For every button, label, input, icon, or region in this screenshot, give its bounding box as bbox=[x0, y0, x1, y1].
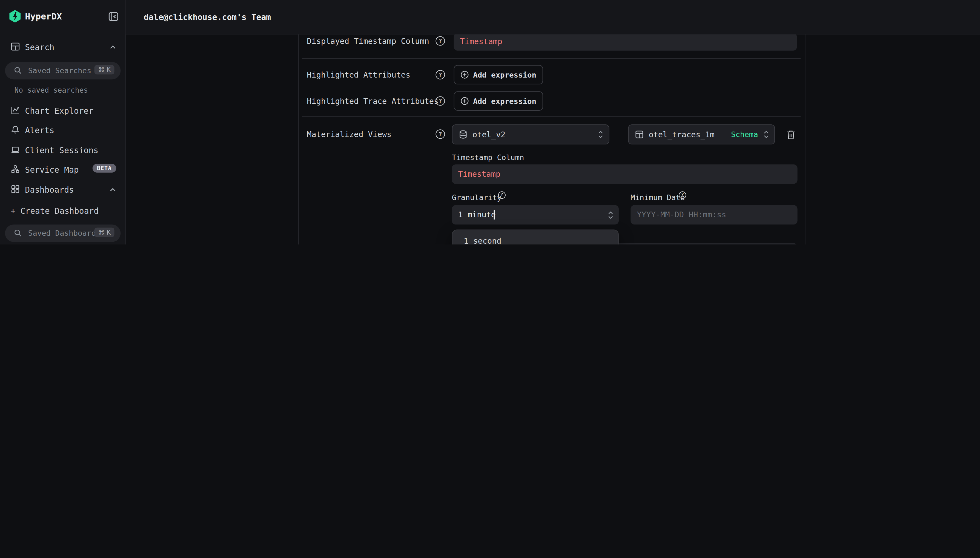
sidebar-item-label: Alerts bbox=[25, 126, 54, 135]
sidebar-item-label: Client Sessions bbox=[25, 146, 98, 155]
minimum-date-input[interactable]: YYYY-MM-DD HH:mm:ss bbox=[630, 205, 797, 225]
hyperdx-logo-icon bbox=[9, 10, 21, 23]
divider bbox=[302, 116, 801, 117]
plus-circle-icon bbox=[461, 97, 469, 105]
saved-searches-placeholder: Saved Searches bbox=[28, 66, 92, 75]
no-saved-searches-text: No saved searches bbox=[14, 86, 88, 95]
sidebar-item-service-map[interactable]: Service Map BETA bbox=[0, 164, 126, 175]
top-bar: dale@clickhouse.com's Team bbox=[126, 0, 980, 34]
laptop-icon bbox=[11, 145, 20, 154]
timestamp-column-label: Timestamp Column bbox=[452, 153, 524, 162]
create-dashboard-button[interactable]: + Create Dashboard bbox=[11, 206, 98, 216]
chart-explorer-icon bbox=[11, 106, 20, 115]
select-chevrons-icon bbox=[597, 130, 604, 139]
mv-table-select[interactable]: otel_traces_1m Schema bbox=[628, 125, 775, 144]
add-expression-button[interactable]: Add expression bbox=[454, 65, 543, 84]
sidebar-item-client-sessions[interactable]: Client Sessions bbox=[0, 144, 126, 155]
mv-source-value: otel_v2 bbox=[473, 130, 506, 139]
add-expression-button[interactable]: Add expression bbox=[454, 91, 543, 111]
kbd-shortcut: ⌘ K bbox=[95, 228, 114, 237]
saved-dashboards-placeholder: Saved Dashboards bbox=[28, 229, 100, 238]
help-icon[interactable]: ? bbox=[498, 191, 506, 199]
sidebar-item-label: Dashboards bbox=[25, 185, 74, 194]
search-icon bbox=[14, 229, 22, 237]
sidebar-item-label: Search bbox=[25, 43, 54, 52]
granularity-select[interactable]: 1 minute bbox=[452, 205, 619, 225]
trash-icon[interactable] bbox=[786, 130, 796, 140]
chevron-up-icon bbox=[109, 44, 116, 51]
displayed-timestamp-input[interactable]: Timestamp bbox=[454, 34, 797, 51]
timestamp-column-input[interactable]: Timestamp bbox=[452, 164, 798, 184]
schema-link[interactable]: Schema bbox=[731, 130, 758, 139]
displayed-timestamp-label: Displayed Timestamp Column bbox=[307, 36, 429, 46]
sidebar-item-search[interactable]: Search bbox=[0, 41, 126, 52]
main-content: Displayed Timestamp Column ? Timestamp H… bbox=[126, 34, 980, 245]
chevron-up-icon bbox=[109, 186, 116, 193]
sidebar-item-label: Chart Explorer bbox=[25, 106, 93, 116]
select-chevrons-icon bbox=[607, 210, 614, 219]
bell-icon bbox=[11, 125, 20, 134]
beta-badge: BETA bbox=[93, 164, 116, 173]
sidebar-item-dashboards[interactable]: Dashboards bbox=[0, 184, 126, 195]
sidebar: HyperDX Search Saved Searches ⌘ K No s bbox=[0, 0, 126, 245]
app-window: HyperDX Search Saved Searches ⌘ K No s bbox=[0, 0, 980, 245]
granularity-option[interactable]: 1 second bbox=[455, 232, 615, 245]
mv-table-value: otel_traces_1m bbox=[649, 130, 715, 139]
text-caret bbox=[494, 210, 495, 220]
kbd-shortcut: ⌘ K bbox=[95, 65, 114, 74]
divider bbox=[302, 58, 801, 59]
help-icon[interactable]: ? bbox=[435, 96, 445, 105]
help-icon[interactable]: ? bbox=[435, 130, 445, 139]
dashboards-icon bbox=[11, 184, 20, 194]
materialized-views-label: Materialized Views bbox=[307, 130, 391, 139]
plus-circle-icon bbox=[461, 71, 469, 79]
highlighted-trace-attrs-label: Highlighted Trace Attributes bbox=[307, 96, 438, 105]
saved-dashboards-input[interactable]: Saved Dashboards ⌘ K bbox=[5, 225, 121, 242]
saved-searches-input[interactable]: Saved Searches ⌘ K bbox=[5, 62, 121, 79]
brand-title: HyperDX bbox=[25, 11, 62, 21]
granularity-dropdown: 1 second 15 seconds 30 seconds 1 minute … bbox=[452, 230, 619, 245]
help-icon[interactable]: ? bbox=[679, 191, 686, 199]
sidebar-item-chart-explorer[interactable]: Chart Explorer bbox=[0, 105, 126, 116]
help-icon[interactable]: ? bbox=[435, 70, 445, 79]
granularity-label: Granularity bbox=[452, 193, 502, 202]
sidebar-item-alerts[interactable]: Alerts bbox=[0, 125, 126, 135]
search-icon bbox=[14, 66, 22, 75]
sidebar-item-label: Service Map bbox=[25, 165, 79, 174]
service-map-icon bbox=[11, 164, 20, 174]
collapse-sidebar-icon[interactable] bbox=[108, 11, 119, 22]
minimum-date-label: Minimum Date bbox=[630, 193, 685, 202]
help-icon[interactable]: ? bbox=[435, 36, 445, 46]
select-chevrons-icon bbox=[763, 130, 769, 139]
search-panel-icon bbox=[11, 42, 20, 51]
mv-source-select[interactable]: otel_v2 bbox=[452, 125, 609, 144]
page-title: dale@clickhouse.com's Team bbox=[144, 13, 271, 22]
database-icon bbox=[459, 130, 468, 139]
table-icon bbox=[635, 130, 644, 139]
highlighted-attrs-label: Highlighted Attributes bbox=[307, 70, 410, 79]
